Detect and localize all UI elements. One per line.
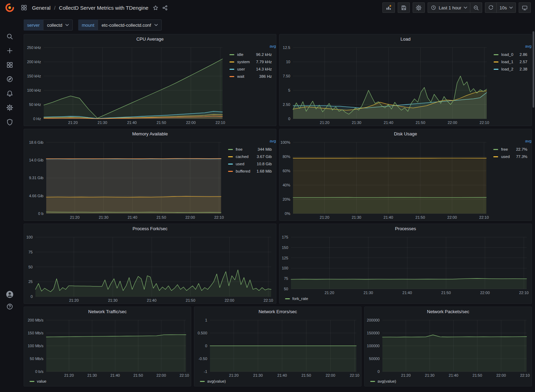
time-range-button[interactable]: Last 1 hour — [428, 2, 470, 13]
legend-series-label[interactable]: free — [236, 145, 250, 153]
legend-item[interactable]: avg(value) — [200, 379, 226, 383]
legend-series-label[interactable]: used — [236, 160, 250, 167]
svg-text:5: 5 — [288, 88, 290, 92]
zoom-out-icon — [473, 5, 479, 11]
panel-memory-available: Memory Available21:2021:3021:4021:5022:0… — [24, 129, 276, 221]
legend-series-label[interactable]: user — [237, 65, 250, 73]
server-admin-shield-icon[interactable] — [6, 118, 14, 126]
zoom-out-button[interactable] — [470, 2, 482, 13]
chart-network-packets[interactable]: 21:2021:3021:4021:5022:0022:100500001000… — [365, 316, 532, 378]
chart-network-traffic[interactable]: 21:2021:3021:4021:5022:0022:100 b/s50 Mb… — [24, 316, 191, 378]
panel-title: Memory Available — [132, 131, 168, 136]
legend-series-label[interactable]: system — [237, 58, 250, 65]
legend-series-label[interactable]: load_1 — [501, 58, 513, 65]
legend-series-label[interactable]: buffered — [236, 167, 250, 175]
panel-header-load[interactable]: Load — [279, 34, 532, 43]
panel-header-process-fork[interactable]: Process Fork/sec — [24, 224, 276, 233]
svg-text:22:10: 22:10 — [520, 373, 530, 377]
scrollbar-thumb[interactable] — [533, 31, 534, 108]
legend-series-label[interactable]: idle — [237, 51, 250, 58]
panel-header-network-errors[interactable]: Network Errors/sec — [194, 307, 361, 316]
refresh-icon — [488, 5, 494, 10]
chart-process-fork[interactable]: 21:2021:3021:4021:5022:0022:100255075100 — [24, 233, 276, 303]
variable-mount-selected: etc-collectd-collectd.conf — [102, 23, 151, 28]
help-icon[interactable] — [6, 303, 14, 310]
svg-text:21:30: 21:30 — [352, 215, 362, 219]
navbar-actions: Last 1 hour 10s — [382, 2, 531, 13]
series-color-icon — [228, 167, 236, 175]
variable-mount-value[interactable]: etc-collectd-collectd.conf — [98, 19, 161, 31]
svg-text:9.31 Gib: 9.31 Gib — [29, 176, 43, 180]
panel-header-disk-usage[interactable]: Disk Usage — [279, 129, 532, 138]
legend-series-label[interactable]: free — [501, 145, 510, 153]
chart-network-errors[interactable]: 21:2021:3021:4021:5022:0022:10-1-0.5000.… — [194, 316, 361, 378]
legend-item[interactable]: avg(value) — [370, 379, 396, 383]
panel-header-network-packets[interactable]: Network Packets/sec — [365, 307, 532, 316]
dashboard-settings-button[interactable] — [413, 2, 425, 13]
chart-cpu-average[interactable]: 21:2021:3021:4021:5022:0022:100 Hz50 kHz… — [24, 43, 227, 126]
panel-body-network-traffic: 21:2021:3021:4021:5022:0022:100 b/s50 Mb… — [24, 316, 191, 378]
svg-text:21:30: 21:30 — [253, 373, 263, 377]
panel-header-memory-available[interactable]: Memory Available — [24, 129, 276, 138]
dashboards-icon[interactable] — [6, 61, 14, 69]
legend-avg-header[interactable]: avg — [226, 138, 276, 144]
legend-series-value: 77.3% — [510, 153, 527, 160]
add-panel-button[interactable] — [382, 2, 395, 13]
cycle-view-mode-button[interactable] — [519, 2, 531, 13]
legend-series-label[interactable]: load_0 — [501, 51, 513, 58]
share-icon[interactable] — [162, 5, 168, 11]
chart-memory-available[interactable]: 21:2021:3021:4021:5022:0022:100 b4.66 Gi… — [24, 138, 226, 220]
chart-load[interactable]: 21:2021:3021:4021:5022:0022:1002.5057.50… — [279, 43, 492, 126]
create-plus-icon[interactable] — [6, 47, 14, 55]
chart-canvas-process-fork: 21:2021:3021:4021:5022:0022:100255075100 — [24, 233, 276, 303]
variable-mount[interactable]: mount etc-collectd-collectd.conf — [78, 19, 161, 31]
chart-processes[interactable]: 21:2021:3021:4021:5022:0022:105075100125… — [279, 233, 532, 296]
refresh-interval-button[interactable]: 10s — [496, 2, 516, 13]
panel-process-fork: Process Fork/sec21:2021:3021:4021:5022:0… — [24, 224, 276, 304]
legend-avg-header[interactable]: avg — [492, 43, 532, 49]
legend-avg-header[interactable]: avg — [227, 43, 276, 49]
configuration-gear-icon[interactable] — [6, 104, 14, 111]
svg-text:22:00: 22:00 — [186, 120, 196, 125]
legend-series-label[interactable]: cached — [236, 153, 250, 160]
panel-header-cpu-average[interactable]: CPU Average — [24, 34, 276, 43]
chevron-down-icon — [509, 7, 513, 9]
legend-item[interactable]: fork_rate — [285, 297, 308, 301]
panel-title: Process Fork/sec — [132, 226, 167, 231]
save-button[interactable] — [398, 2, 410, 13]
svg-text:21:40: 21:40 — [110, 373, 120, 377]
dashboards-grid-icon[interactable] — [21, 5, 27, 11]
legend-series-label[interactable]: used — [501, 153, 510, 160]
series-color-icon — [200, 381, 205, 382]
panel-header-network-traffic[interactable]: Network Traffic/sec — [24, 307, 191, 316]
series-color-dash — [229, 76, 234, 77]
legend-series-label[interactable]: load_2 — [501, 65, 513, 73]
breadcrumb-folder[interactable]: General — [32, 5, 50, 11]
legend-item[interactable]: value — [30, 379, 47, 383]
chevron-down-icon — [65, 24, 69, 26]
panel-title: Network Traffic/sec — [88, 309, 127, 314]
explore-compass-icon[interactable] — [6, 75, 14, 83]
panel-header-processes[interactable]: Processes — [279, 224, 532, 233]
time-range-label: Last 1 hour — [439, 5, 461, 10]
svg-text:22:10: 22:10 — [216, 120, 225, 125]
legend-item: load_12.57 — [494, 58, 527, 65]
refresh-button[interactable] — [485, 2, 497, 13]
legend-series-label[interactable]: wait — [237, 73, 250, 80]
star-icon[interactable] — [153, 5, 159, 11]
svg-text:22:10: 22:10 — [479, 215, 489, 219]
variable-server-value[interactable]: collectd — [43, 19, 73, 31]
chart-canvas-cpu-average: 21:2021:3021:4021:5022:0022:100 Hz50 kHz… — [24, 43, 227, 126]
variable-server[interactable]: server collectd — [24, 19, 73, 31]
search-icon[interactable] — [6, 33, 14, 40]
alerting-bell-icon[interactable] — [6, 90, 14, 97]
grafana-logo[interactable] — [0, 3, 19, 12]
legend-avg-header[interactable]: avg — [491, 138, 532, 144]
svg-text:21:40: 21:40 — [277, 373, 287, 377]
legend-item: load_02.86 — [494, 51, 527, 58]
user-avatar[interactable] — [6, 291, 14, 298]
variable-mount-label: mount — [78, 19, 98, 31]
legend-series-value: 3.67 Gib — [250, 153, 272, 160]
breadcrumb-title[interactable]: CollectD Server Metrics with TDengine — [59, 5, 148, 11]
chart-disk-usage[interactable]: 21:2021:3021:4021:5022:0022:100%20%40%60… — [279, 138, 491, 220]
